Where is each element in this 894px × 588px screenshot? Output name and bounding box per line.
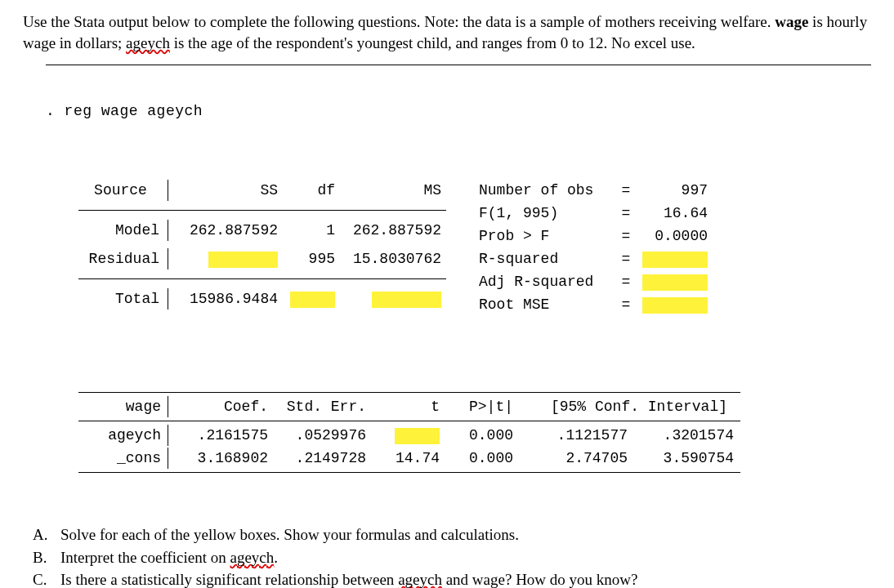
equals-sign: = [618, 271, 634, 292]
col-source: Source [78, 180, 168, 201]
r2-label: R-squared [479, 248, 618, 270]
equals-sign: = [618, 248, 634, 270]
question-a-label: A. [33, 523, 54, 546]
question-list: A. Solve for each of the yellow boxes. S… [23, 523, 871, 588]
ageych-coef: .2161575 [168, 425, 275, 446]
intro-text: Use the Stata output below to complete t… [23, 13, 775, 30]
total-ms-blank [340, 288, 446, 310]
question-b-label: B. [33, 546, 54, 569]
adjr2-label: Adj R-squared [479, 271, 618, 292]
question-c-text: Is there a statistically significant rel… [60, 568, 638, 588]
yellow-box [642, 274, 708, 291]
cons-row-label: _cons [78, 448, 168, 469]
r2-blank [634, 248, 708, 270]
equals-sign: = [618, 180, 634, 201]
yellow-box [395, 428, 440, 444]
cons-se: .2149728 [275, 448, 373, 469]
equals-sign: = [618, 225, 634, 247]
yellow-box [372, 292, 441, 308]
nobs-label: Number of obs [479, 180, 618, 201]
col-df: df [283, 180, 340, 201]
adjr2-blank [634, 271, 708, 292]
wage-term: wage [775, 13, 808, 30]
yellow-box [290, 292, 335, 308]
residual-ms: 15.8030762 [340, 248, 446, 270]
rmse-blank [634, 294, 708, 315]
cons-ci-hi: 3.590754 [634, 448, 740, 469]
yellow-box [642, 297, 708, 314]
model-ss: 262.887592 [168, 220, 283, 241]
question-b-text: Interpret the coefficient on ageych. [60, 546, 278, 569]
probf-value: 0.0000 [634, 225, 708, 247]
residual-df: 995 [283, 248, 340, 270]
fstat-value: 16.64 [634, 203, 708, 224]
nobs-value: 997 [634, 180, 708, 201]
ageych-se: .0529976 [275, 425, 373, 446]
question-c-label: C. [33, 568, 54, 588]
yellow-box [208, 252, 278, 268]
rmse-label: Root MSE [479, 294, 618, 315]
cons-t: 14.74 [373, 448, 446, 469]
col-ms: MS [340, 180, 446, 201]
fstat-label: F(1, 995) [479, 203, 618, 224]
yellow-box [642, 252, 708, 268]
row-residual-label: Residual [78, 248, 168, 270]
model-ms: 262.887592 [340, 220, 446, 241]
ageych-term: ageych [126, 34, 170, 51]
ageych-t-blank [373, 425, 446, 446]
anova-table: Source SS df MS Model 262.887592 1 262.8… [78, 180, 446, 315]
p-header: P>|t| [446, 396, 520, 417]
stata-output: . reg wage ageych Source SS df MS Model … [46, 65, 871, 491]
ageych-ci-lo: .1121577 [520, 425, 634, 446]
equals-sign: = [618, 294, 634, 315]
ageych-term: ageych [230, 549, 275, 566]
t-header: t [373, 396, 446, 417]
cons-coef: 3.168902 [168, 448, 275, 469]
equals-sign: = [618, 203, 634, 224]
depvar-header: wage [78, 396, 168, 417]
total-df-blank [283, 288, 340, 310]
coef-header: Coef. [168, 396, 275, 417]
row-model-label: Model [78, 220, 168, 241]
se-header: Std. Err. [275, 396, 373, 417]
ageych-ci-hi: .3201574 [634, 425, 740, 446]
cons-p: 0.000 [446, 448, 520, 469]
row-total-label: Total [78, 288, 168, 310]
probf-label: Prob > F [479, 225, 618, 247]
intro-text: is the age of the respondent's youngest … [170, 34, 695, 51]
residual-ss-blank [168, 248, 283, 270]
cons-ci-lo: 2.74705 [520, 448, 634, 469]
model-stats: Number of obs=997 F(1, 995)=16.64 Prob >… [479, 180, 708, 315]
ageych-row-label: ageych [78, 425, 168, 446]
ageych-p: 0.000 [446, 425, 520, 446]
coef-table: wage Coef. Std. Err. t P>|t| [95% Conf. … [78, 390, 871, 474]
model-df: 1 [283, 220, 340, 241]
stata-command: . reg wage ageych [46, 103, 871, 119]
question-a-text: Solve for each of the yellow boxes. Show… [60, 523, 519, 546]
intro-paragraph: Use the Stata output below to complete t… [23, 11, 871, 53]
col-ss: SS [168, 180, 283, 201]
total-ss: 15986.9484 [168, 288, 283, 310]
ci-header: [95% Conf. Interval] [520, 396, 740, 417]
ageych-term: ageych [398, 571, 442, 588]
